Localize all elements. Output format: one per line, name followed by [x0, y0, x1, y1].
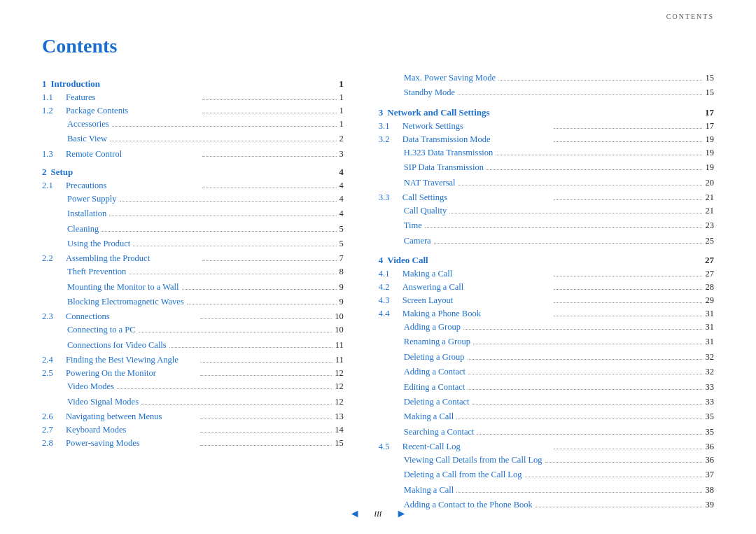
entry-label: Video Signal Modes: [67, 395, 139, 409]
subsection-header[interactable]: 4.1Making a Call27: [379, 269, 714, 279]
toc-entry[interactable]: Adding a Group31: [379, 321, 714, 334]
toc-entry[interactable]: Deleting a Contact33: [379, 395, 714, 409]
entry-page: 4: [340, 192, 344, 206]
entry-page: 15: [705, 86, 714, 99]
sub-num: 1.3: [42, 149, 62, 160]
subsection-header[interactable]: 1.1Features1: [42, 92, 344, 103]
toc-entry[interactable]: Viewing Call Details from the Call Log36: [379, 454, 714, 467]
dots: [141, 404, 332, 405]
dots: [554, 128, 702, 129]
sub-num: 2.4: [42, 355, 62, 365]
prev-button[interactable]: ◄: [349, 507, 360, 520]
toc-entry[interactable]: Adding a Contact32: [379, 365, 714, 379]
entry-page: 33: [705, 381, 714, 394]
subsection-header[interactable]: 2.7Keyboard Modes14: [42, 425, 344, 435]
dots: [187, 304, 337, 304]
section-header[interactable]: 1Introduction1: [42, 78, 344, 90]
entry-page: 8: [340, 265, 344, 279]
section-header[interactable]: 2Setup4: [42, 167, 344, 178]
toc-entry[interactable]: Max. Power Saving Mode15: [379, 71, 714, 85]
toc-entry[interactable]: Deleting a Call from the Call Log37: [379, 468, 714, 482]
dots: [200, 419, 332, 419]
entry-page: 5: [340, 223, 344, 236]
toc-entry[interactable]: Renaming a Group31: [379, 335, 714, 349]
subsection-header[interactable]: 4.3Screen Layout29: [379, 295, 714, 306]
sec-title: Video Call: [387, 255, 705, 266]
sub-num: 4.3: [379, 295, 398, 306]
sub-title: Data Transmission Mode: [402, 134, 551, 145]
subsection-header[interactable]: 2.1Precautions4: [42, 181, 344, 191]
toc-entry[interactable]: SIP Data Transmission19: [379, 161, 714, 174]
entry-label: Accessories: [67, 118, 109, 131]
dots: [472, 404, 703, 405]
toc-entry[interactable]: Camera25: [379, 234, 714, 248]
subsection-header[interactable]: 4.2Answering a Call28: [379, 282, 714, 293]
toc-entry[interactable]: Making a Call38: [379, 484, 714, 497]
entry-label: Theft Prevention: [67, 265, 126, 279]
toc-entry[interactable]: H.323 Data Transmission19: [379, 146, 714, 160]
toc-entry[interactable]: Time23: [379, 219, 714, 232]
entry-page: 19: [705, 146, 714, 160]
subsection-header[interactable]: 3.1Network Settings17: [379, 121, 714, 132]
toc-entry[interactable]: Connecting to a PC10: [42, 323, 344, 337]
entry-page: 35: [705, 410, 714, 423]
toc-entry[interactable]: Blocking Electromagnetic Waves9: [42, 295, 344, 309]
toc-entry[interactable]: Deleting a Group32: [379, 351, 714, 364]
entry-label: Deleting a Group: [404, 351, 465, 364]
toc-entry[interactable]: Call Quality21: [379, 204, 714, 218]
entry-page: 2: [340, 132, 344, 146]
toc-entry[interactable]: Basic View2: [42, 132, 344, 146]
section-header[interactable]: 4Video Call27: [379, 255, 714, 266]
sub-num: 2.1: [42, 181, 62, 191]
sub-page: 7: [340, 253, 344, 264]
subsection-header[interactable]: 2.3Connections10: [42, 311, 344, 322]
subsection-header[interactable]: 1.3Remote Control3: [42, 149, 344, 160]
next-button[interactable]: ►: [396, 507, 407, 520]
entry-label: Viewing Call Details from the Call Log: [404, 454, 542, 467]
toc-entry[interactable]: Standby Mode15: [379, 86, 714, 99]
sub-num: 3.2: [379, 134, 398, 145]
sub-page: 29: [705, 295, 714, 306]
toc-entry[interactable]: Theft Prevention8: [42, 265, 344, 279]
sec-title: Introduction: [51, 78, 340, 90]
toc-entry[interactable]: Accessories1: [42, 118, 344, 131]
toc-entry[interactable]: Installation4: [42, 207, 344, 220]
toc-entry[interactable]: Using the Product5: [42, 237, 344, 251]
entry-label: Standby Mode: [404, 86, 455, 99]
header-label: CONTENTS: [666, 13, 714, 20]
toc-entry[interactable]: Connections for Video Calls11: [42, 339, 344, 352]
toc-entry[interactable]: Editing a Contact33: [379, 381, 714, 394]
toc-entry[interactable]: Power Supply4: [42, 192, 344, 206]
subsection-header[interactable]: 2.8Power-saving Modes15: [42, 438, 344, 449]
subsection-header[interactable]: 4.4Making a Phone Book31: [379, 309, 714, 319]
subsection-header[interactable]: 4.5Recent-Call Log36: [379, 442, 714, 452]
subsection-header[interactable]: 2.5Powering On the Monitor12: [42, 368, 344, 379]
toc-entry[interactable]: NAT Traversal20: [379, 176, 714, 190]
subsection-header[interactable]: 2.6Navigating between Menus13: [42, 412, 344, 422]
subsection-header[interactable]: 2.2Assembling the Product7: [42, 253, 344, 264]
dots: [554, 302, 702, 303]
toc-entry[interactable]: Mounting the Monitor to a Wall9: [42, 281, 344, 294]
toc-entry[interactable]: Making a Call35: [379, 410, 714, 423]
sub-page: 17: [705, 121, 714, 132]
entry-page: 9: [340, 295, 344, 309]
dots: [129, 274, 336, 274]
sub-title: Powering On the Monitor: [66, 368, 197, 379]
subsection-header[interactable]: 3.2Data Transmission Mode19: [379, 134, 714, 145]
toc-entry[interactable]: Searching a Contact35: [379, 426, 714, 439]
sec-title: Setup: [51, 167, 340, 178]
subsection-header[interactable]: 2.4Finding the Best Viewing Angle11: [42, 355, 344, 365]
dots: [200, 375, 332, 376]
toc-entry[interactable]: Cleaning5: [42, 223, 344, 236]
sub-page: 14: [335, 425, 344, 435]
subsection-header[interactable]: 1.2Package Contents1: [42, 106, 344, 116]
subsection-header[interactable]: 3.3Call Settings21: [379, 192, 714, 203]
entry-page: 5: [340, 237, 344, 251]
toc-entry[interactable]: Video Modes12: [42, 380, 344, 393]
toc-entry[interactable]: Video Signal Modes12: [42, 395, 344, 409]
sub-num: 3.1: [379, 121, 398, 132]
entry-label: Basic View: [67, 132, 107, 146]
entry-page: 31: [705, 335, 714, 349]
section-header[interactable]: 3Network and Call Settings17: [379, 107, 714, 118]
entry-label: Max. Power Saving Mode: [404, 71, 496, 85]
